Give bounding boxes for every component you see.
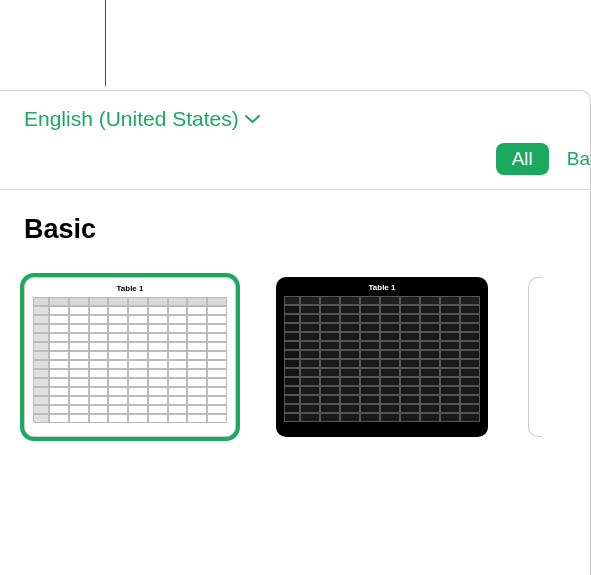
header-language-row: English (United States)	[0, 91, 590, 143]
template-peek-next[interactable]	[528, 277, 542, 437]
callout-line	[105, 0, 106, 86]
chevron-down-icon	[245, 114, 260, 124]
template-dark-label: Table 1	[276, 277, 488, 296]
template-blank-dark[interactable]: Table 1	[276, 277, 488, 437]
template-blank-light[interactable]: Table 1	[24, 277, 236, 437]
header-filter-row: All Ba	[0, 143, 590, 189]
section-title-basic: Basic	[24, 214, 566, 245]
filter-all-button[interactable]: All	[496, 143, 549, 175]
template-light-grid	[33, 297, 227, 423]
template-chooser-window: English (United States) All Ba Basic Tab…	[0, 90, 591, 575]
template-dark-grid	[284, 296, 480, 422]
template-light-label: Table 1	[25, 278, 235, 297]
template-content: Basic Table 1	[0, 190, 590, 461]
language-selector[interactable]: English (United States)	[24, 107, 260, 131]
language-selector-label: English (United States)	[24, 107, 239, 131]
filter-basic-button[interactable]: Ba	[567, 148, 590, 170]
template-row: Table 1	[24, 277, 566, 437]
